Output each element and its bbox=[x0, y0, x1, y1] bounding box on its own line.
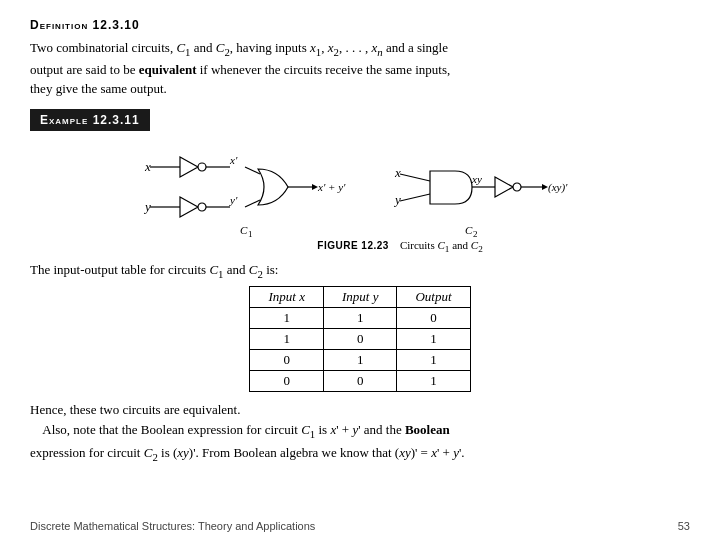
table-row: 110 bbox=[250, 307, 470, 328]
svg-text:x': x' bbox=[229, 154, 238, 166]
table-cell: 0 bbox=[250, 349, 323, 370]
svg-text:x: x bbox=[144, 159, 151, 174]
col-header-input-x: Input x bbox=[250, 286, 323, 307]
svg-text:2: 2 bbox=[473, 229, 478, 239]
svg-point-26 bbox=[513, 183, 521, 191]
svg-marker-2 bbox=[180, 157, 198, 177]
table-cell: 0 bbox=[397, 307, 470, 328]
svg-text:y: y bbox=[143, 199, 151, 214]
svg-line-13 bbox=[245, 200, 260, 207]
io-table: Input x Input y Output 110101011001 bbox=[249, 286, 470, 392]
conclusion-text: Hence, these two circuits are equivalent… bbox=[30, 400, 690, 467]
svg-text:x' + y': x' + y' bbox=[317, 181, 346, 193]
svg-point-3 bbox=[198, 163, 206, 171]
definition-text: Two combinatorial circuits, C1 and C2, h… bbox=[30, 38, 690, 99]
svg-text:y: y bbox=[393, 192, 401, 207]
table-cell: 1 bbox=[397, 328, 470, 349]
table-cell: 0 bbox=[323, 328, 396, 349]
table-cell: 1 bbox=[323, 349, 396, 370]
figure-label: Figure 12.23 bbox=[317, 240, 389, 251]
table-cell: 1 bbox=[250, 328, 323, 349]
col-header-input-y: Input y bbox=[323, 286, 396, 307]
svg-text:y': y' bbox=[229, 194, 238, 206]
table-row: 001 bbox=[250, 370, 470, 391]
svg-text:C: C bbox=[465, 224, 473, 236]
io-table-intro: The input-output table for circuits C1 a… bbox=[30, 262, 690, 280]
svg-text:1: 1 bbox=[248, 229, 253, 239]
svg-marker-8 bbox=[180, 197, 198, 217]
table-cell: 0 bbox=[323, 370, 396, 391]
io-table-wrapper: Input x Input y Output 110101011001 bbox=[30, 286, 690, 392]
svg-text:x: x bbox=[394, 165, 401, 180]
table-cell: 1 bbox=[397, 349, 470, 370]
svg-line-19 bbox=[400, 174, 430, 181]
col-header-output: Output bbox=[397, 286, 470, 307]
footer: Discrete Mathematical Structures: Theory… bbox=[0, 520, 720, 532]
table-cell: 1 bbox=[397, 370, 470, 391]
table-cell: 1 bbox=[250, 307, 323, 328]
table-row: 101 bbox=[250, 328, 470, 349]
svg-text:xy: xy bbox=[471, 173, 482, 185]
svg-line-21 bbox=[400, 194, 430, 201]
table-cell: 1 bbox=[323, 307, 396, 328]
table-row: 011 bbox=[250, 349, 470, 370]
footer-right: 53 bbox=[678, 520, 690, 532]
svg-text:C: C bbox=[240, 224, 248, 236]
definition-title: Definition 12.3.10 bbox=[30, 18, 690, 32]
svg-point-9 bbox=[198, 203, 206, 211]
circuits-container: x x' y y' bbox=[40, 139, 690, 239]
example-title: Example 12.3.11 bbox=[30, 109, 150, 131]
figure-caption: Figure 12.23 Circuits C1 and C2 bbox=[110, 239, 690, 254]
footer-left: Discrete Mathematical Structures: Theory… bbox=[30, 520, 315, 532]
circuit-c2: x y xy (xy)' C 2 bbox=[390, 139, 590, 239]
svg-text:(xy)': (xy)' bbox=[548, 181, 568, 194]
circuit-c1: x x' y y' bbox=[140, 139, 370, 239]
table-cell: 0 bbox=[250, 370, 323, 391]
svg-marker-25 bbox=[495, 177, 513, 197]
svg-line-12 bbox=[245, 167, 260, 174]
page-content: Definition 12.3.10 Two combinatorial cir… bbox=[0, 0, 720, 480]
